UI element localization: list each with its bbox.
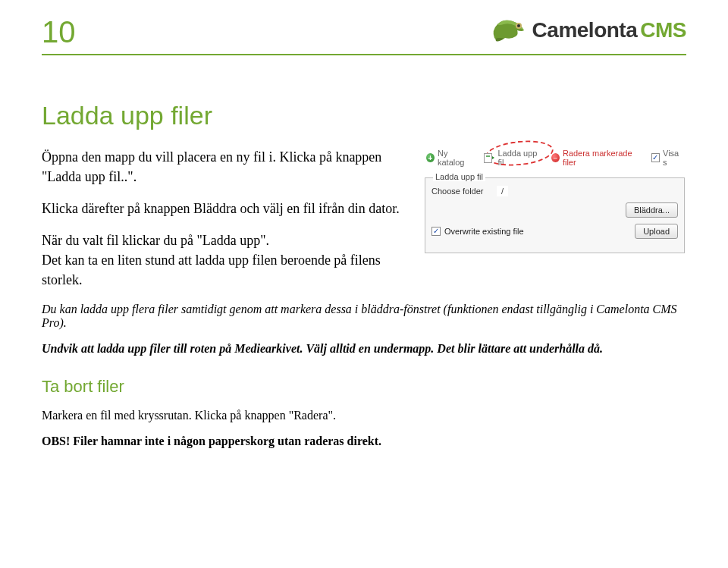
para-avoid-root: Undvik att ladda upp filer till roten på…: [42, 342, 686, 356]
choose-folder-value: /: [497, 186, 508, 196]
upload-panel-legend: Ladda upp fil: [433, 172, 485, 181]
overwrite-label: Overwrite existing file: [444, 227, 524, 236]
brand-name-1: Camelonta: [532, 18, 638, 42]
overwrite-checkbox[interactable]: [431, 227, 441, 236]
upload-button[interactable]: Upload: [635, 224, 678, 239]
para-mark-delete: Markera en fil med kryssrutan. Klicka på…: [42, 409, 686, 422]
section-upload-title: Ladda upp filer: [42, 101, 686, 130]
minus-circle-icon: −: [551, 153, 560, 162]
toolbar-visa[interactable]: Visa s: [651, 149, 683, 167]
para-click-browse: Klicka därefter på knappen Bläddra och v…: [42, 199, 400, 218]
page-number: 10: [42, 15, 76, 49]
section-delete-title: Ta bort filer: [42, 377, 686, 397]
para-click-upload: När du valt fil klickar du på "Ladda upp…: [42, 231, 400, 290]
brand-name-2: CMS: [640, 18, 686, 42]
para-obs: OBS! Filer hamnar inte i någon pappersko…: [42, 435, 686, 448]
browse-button[interactable]: Bläddra...: [626, 202, 678, 218]
upload-screenshot: + Ny katalog Ladda upp fil − Radera mark…: [423, 147, 686, 253]
svg-point-1: [517, 24, 520, 27]
upload-panel: Ladda upp fil Choose folder / Bläddra...…: [425, 177, 685, 253]
brand-logo: Camelonta CMS: [490, 15, 686, 46]
para-open-folder: Öppna den mapp du vill placera en ny fil…: [42, 147, 400, 187]
toolbar-delete-marked[interactable]: − Radera markerade filer: [551, 149, 641, 167]
toolbar-new-folder[interactable]: + Ny katalog: [426, 149, 473, 167]
visa-checkbox[interactable]: [651, 153, 660, 162]
page-upload-icon: [484, 152, 494, 163]
toolbar-upload-file[interactable]: Ladda upp fil: [484, 149, 540, 167]
para-multi-upload: Du kan ladda upp flera filer samtidigt g…: [42, 303, 686, 330]
plus-circle-icon: +: [426, 153, 435, 162]
toolbar: + Ny katalog Ladda upp fil − Radera mark…: [423, 147, 686, 173]
chameleon-icon: [490, 15, 529, 46]
choose-folder-label: Choose folder: [431, 187, 492, 196]
